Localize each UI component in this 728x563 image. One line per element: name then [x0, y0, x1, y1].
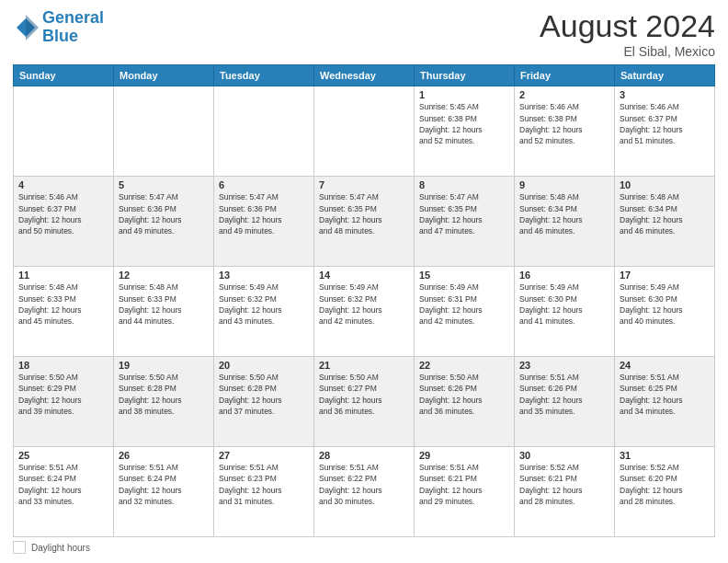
day-number: 28	[319, 450, 409, 461]
calendar-cell: 19Sunrise: 5:50 AM Sunset: 6:28 PM Dayli…	[114, 357, 214, 447]
calendar-cell: 17Sunrise: 5:49 AM Sunset: 6:30 PM Dayli…	[615, 267, 715, 357]
day-info: Sunrise: 5:49 AM Sunset: 6:30 PM Dayligh…	[620, 282, 710, 327]
day-number: 1	[419, 89, 509, 100]
day-info: Sunrise: 5:52 AM Sunset: 6:21 PM Dayligh…	[519, 462, 609, 507]
day-info: Sunrise: 5:51 AM Sunset: 6:25 PM Dayligh…	[620, 372, 710, 417]
calendar-week-1: 4Sunrise: 5:46 AM Sunset: 6:37 PM Daylig…	[14, 177, 715, 267]
day-info: Sunrise: 5:47 AM Sunset: 6:35 PM Dayligh…	[319, 191, 409, 236]
day-number: 24	[620, 360, 710, 371]
calendar-cell: 29Sunrise: 5:51 AM Sunset: 6:21 PM Dayli…	[415, 447, 515, 537]
day-info: Sunrise: 5:48 AM Sunset: 6:33 PM Dayligh…	[119, 282, 209, 327]
calendar-cell: 8Sunrise: 5:47 AM Sunset: 6:35 PM Daylig…	[415, 177, 515, 267]
day-number: 25	[18, 450, 108, 461]
calendar-header-sunday: Sunday	[14, 65, 114, 86]
calendar-cell: 12Sunrise: 5:48 AM Sunset: 6:33 PM Dayli…	[114, 267, 214, 357]
day-info: Sunrise: 5:50 AM Sunset: 6:28 PM Dayligh…	[119, 372, 209, 417]
calendar-week-0: 1Sunrise: 5:45 AM Sunset: 6:38 PM Daylig…	[14, 86, 715, 177]
logo: General Blue	[13, 9, 104, 46]
day-number: 17	[620, 270, 710, 281]
calendar-cell: 4Sunrise: 5:46 AM Sunset: 6:37 PM Daylig…	[14, 177, 114, 267]
day-number: 30	[519, 450, 609, 461]
calendar-cell: 1Sunrise: 5:45 AM Sunset: 6:38 PM Daylig…	[415, 86, 515, 177]
calendar-header-tuesday: Tuesday	[214, 65, 314, 86]
day-number: 15	[419, 270, 509, 281]
day-number: 13	[219, 270, 309, 281]
day-info: Sunrise: 5:47 AM Sunset: 6:35 PM Dayligh…	[419, 191, 509, 236]
calendar-cell: 21Sunrise: 5:50 AM Sunset: 6:27 PM Dayli…	[314, 357, 415, 447]
day-number: 26	[119, 450, 209, 461]
page: General Blue August 2024 El Sibal, Mexic…	[0, 0, 728, 563]
footer: Daylight hours	[13, 541, 715, 554]
day-info: Sunrise: 5:46 AM Sunset: 6:37 PM Dayligh…	[18, 191, 108, 236]
calendar-cell: 6Sunrise: 5:47 AM Sunset: 6:36 PM Daylig…	[214, 177, 314, 267]
calendar-cell: 5Sunrise: 5:47 AM Sunset: 6:36 PM Daylig…	[114, 177, 214, 267]
calendar-cell: 11Sunrise: 5:48 AM Sunset: 6:33 PM Dayli…	[14, 267, 114, 357]
calendar-cell: 7Sunrise: 5:47 AM Sunset: 6:35 PM Daylig…	[314, 177, 415, 267]
calendar-cell	[214, 86, 314, 177]
calendar: SundayMondayTuesdayWednesdayThursdayFrid…	[13, 64, 715, 537]
day-info: Sunrise: 5:50 AM Sunset: 6:28 PM Dayligh…	[219, 372, 309, 417]
calendar-cell: 18Sunrise: 5:50 AM Sunset: 6:29 PM Dayli…	[14, 357, 114, 447]
day-info: Sunrise: 5:51 AM Sunset: 6:22 PM Dayligh…	[319, 462, 409, 507]
calendar-cell: 2Sunrise: 5:46 AM Sunset: 6:38 PM Daylig…	[515, 86, 615, 177]
day-info: Sunrise: 5:52 AM Sunset: 6:20 PM Dayligh…	[620, 462, 710, 507]
calendar-cell: 26Sunrise: 5:51 AM Sunset: 6:24 PM Dayli…	[114, 447, 214, 537]
subtitle: El Sibal, Mexico	[540, 44, 715, 59]
day-number: 7	[319, 179, 409, 190]
day-number: 12	[119, 270, 209, 281]
day-info: Sunrise: 5:50 AM Sunset: 6:27 PM Dayligh…	[319, 372, 409, 417]
calendar-cell: 16Sunrise: 5:49 AM Sunset: 6:30 PM Dayli…	[515, 267, 615, 357]
calendar-cell: 9Sunrise: 5:48 AM Sunset: 6:34 PM Daylig…	[515, 177, 615, 267]
day-number: 19	[119, 360, 209, 371]
calendar-cell: 24Sunrise: 5:51 AM Sunset: 6:25 PM Dayli…	[615, 357, 715, 447]
day-info: Sunrise: 5:47 AM Sunset: 6:36 PM Dayligh…	[119, 191, 209, 236]
day-info: Sunrise: 5:48 AM Sunset: 6:34 PM Dayligh…	[519, 191, 609, 236]
day-number: 14	[319, 270, 409, 281]
day-number: 4	[18, 179, 108, 190]
day-number: 11	[18, 270, 108, 281]
day-number: 20	[219, 360, 309, 371]
logo-text: General Blue	[42, 9, 104, 46]
day-info: Sunrise: 5:46 AM Sunset: 6:37 PM Dayligh…	[620, 101, 710, 146]
calendar-cell: 22Sunrise: 5:50 AM Sunset: 6:26 PM Dayli…	[415, 357, 515, 447]
day-info: Sunrise: 5:51 AM Sunset: 6:24 PM Dayligh…	[18, 462, 108, 507]
day-info: Sunrise: 5:51 AM Sunset: 6:26 PM Dayligh…	[519, 372, 609, 417]
calendar-cell: 20Sunrise: 5:50 AM Sunset: 6:28 PM Dayli…	[214, 357, 314, 447]
day-info: Sunrise: 5:51 AM Sunset: 6:21 PM Dayligh…	[419, 462, 509, 507]
day-info: Sunrise: 5:51 AM Sunset: 6:23 PM Dayligh…	[219, 462, 309, 507]
calendar-header-wednesday: Wednesday	[314, 65, 415, 86]
calendar-week-4: 25Sunrise: 5:51 AM Sunset: 6:24 PM Dayli…	[14, 447, 715, 537]
calendar-cell	[314, 86, 415, 177]
day-number: 16	[519, 270, 609, 281]
day-number: 18	[18, 360, 108, 371]
day-info: Sunrise: 5:45 AM Sunset: 6:38 PM Dayligh…	[419, 101, 509, 146]
main-title: August 2024	[540, 9, 715, 43]
calendar-cell: 27Sunrise: 5:51 AM Sunset: 6:23 PM Dayli…	[214, 447, 314, 537]
calendar-cell: 13Sunrise: 5:49 AM Sunset: 6:32 PM Dayli…	[214, 267, 314, 357]
day-info: Sunrise: 5:49 AM Sunset: 6:32 PM Dayligh…	[319, 282, 409, 327]
calendar-cell: 28Sunrise: 5:51 AM Sunset: 6:22 PM Dayli…	[314, 447, 415, 537]
day-number: 9	[519, 179, 609, 190]
calendar-header-row: SundayMondayTuesdayWednesdayThursdayFrid…	[14, 65, 715, 86]
day-number: 6	[219, 179, 309, 190]
calendar-header-thursday: Thursday	[415, 65, 515, 86]
day-number: 3	[620, 89, 710, 100]
header: General Blue August 2024 El Sibal, Mexic…	[13, 9, 715, 59]
calendar-cell: 15Sunrise: 5:49 AM Sunset: 6:31 PM Dayli…	[415, 267, 515, 357]
day-number: 10	[620, 179, 710, 190]
calendar-header-saturday: Saturday	[615, 65, 715, 86]
day-number: 21	[319, 360, 409, 371]
calendar-week-2: 11Sunrise: 5:48 AM Sunset: 6:33 PM Dayli…	[14, 267, 715, 357]
logo-general: General	[42, 9, 104, 28]
calendar-cell: 25Sunrise: 5:51 AM Sunset: 6:24 PM Dayli…	[14, 447, 114, 537]
calendar-cell: 10Sunrise: 5:48 AM Sunset: 6:34 PM Dayli…	[615, 177, 715, 267]
day-info: Sunrise: 5:47 AM Sunset: 6:36 PM Dayligh…	[219, 191, 309, 236]
calendar-cell: 30Sunrise: 5:52 AM Sunset: 6:21 PM Dayli…	[515, 447, 615, 537]
calendar-header-monday: Monday	[114, 65, 214, 86]
svg-marker-1	[26, 15, 39, 40]
calendar-cell: 23Sunrise: 5:51 AM Sunset: 6:26 PM Dayli…	[515, 357, 615, 447]
day-number: 31	[620, 450, 710, 461]
day-number: 2	[519, 89, 609, 100]
day-number: 8	[419, 179, 509, 190]
day-number: 22	[419, 360, 509, 371]
